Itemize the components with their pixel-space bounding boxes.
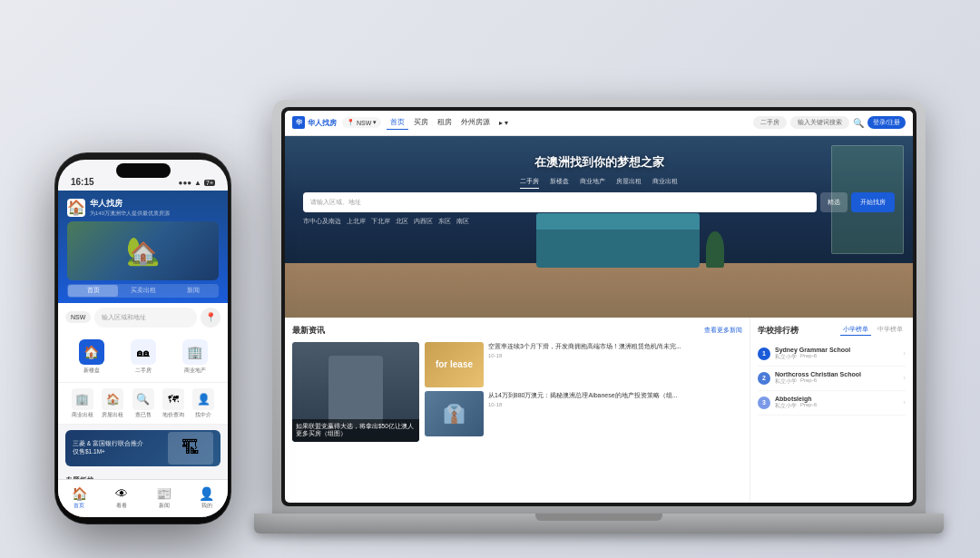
hero-tab-commercial[interactable]: 商业地产 <box>580 177 605 189</box>
nav-more[interactable]: ▸ ▾ <box>495 117 512 129</box>
phone-body: 16:15 ●●● ▲ 7+ 🏠 <box>54 152 231 524</box>
location-tag[interactable]: 📍 NSW ▾ <box>342 117 381 128</box>
login-button[interactable]: 登录/注册 <box>867 116 906 129</box>
plant-decoration <box>706 231 724 268</box>
school-chevron-1: › <box>903 349 906 357</box>
school-tabs: 小学榜单 中学榜单 <box>840 325 906 336</box>
app-search-input[interactable]: 输入区域和地址 <box>94 308 197 328</box>
school-type-2: 私立小学 <box>775 377 797 386</box>
news-more-link[interactable]: 查看更多新闻 <box>704 326 742 335</box>
region-inner-west[interactable]: 内西区 <box>414 218 433 226</box>
battery-icon: 7+ <box>204 180 215 186</box>
school-grade-3: Prep-6 <box>800 402 817 410</box>
hero-tab-resale[interactable]: 二手房 <box>520 177 539 189</box>
quick-icon-new-homes[interactable]: 🏠 新楼盘 <box>65 339 117 375</box>
status-time: 16:15 <box>71 177 94 187</box>
phone-screen: 16:15 ●●● ▲ 7+ 🏠 <box>58 160 228 517</box>
resale-label: 二手房 <box>135 367 152 375</box>
region-cbd[interactable]: 市中心及南边 <box>303 218 341 226</box>
app-tab-second[interactable]: 新闻 <box>168 285 218 297</box>
school-item-1[interactable]: 1 Sydney Grammar School 私立小学 Prep-6 › <box>758 342 906 367</box>
school-title: 学校排行榜 <box>758 325 799 337</box>
hero-tab-rental[interactable]: 房屋出租 <box>616 177 642 189</box>
region-north[interactable]: 北区 <box>396 218 408 226</box>
nav-land-price[interactable]: 🗺 地价查询 <box>158 388 188 418</box>
app-banner[interactable]: 三菱 & 富国银行联合推介 仅售$1.1M+ 🏗 <box>65 430 220 466</box>
sofa-decoration <box>536 227 700 268</box>
land-price-label: 地价查询 <box>162 412 184 418</box>
location-chevron: ▾ <box>373 119 377 126</box>
hero-title: 在澳洲找到你的梦想之家 <box>285 154 913 171</box>
banner-line1: 三菱 & 富国银行联合推介 <box>73 440 143 447</box>
laptop-screen: 华 华人找房 📍 NSW ▾ 首页 买房 租房 外州房源 <box>285 111 913 503</box>
hero-tab-new[interactable]: 新楼盘 <box>550 177 569 189</box>
hero-search-input[interactable]: 请输入区域、地址 <box>303 192 817 212</box>
quick-icon-commercial[interactable]: 🏢 商业地产 <box>169 339 220 375</box>
nav-house-rent[interactable]: 🏠 房屋出租 <box>97 388 127 418</box>
school-name-1: Sydney Grammar School <box>775 347 898 353</box>
app-search-row: NSW 输入区域和地址 📍 <box>58 303 228 332</box>
school-tab-secondary[interactable]: 中学榜单 <box>875 325 906 336</box>
wifi-icon: ▲ <box>194 179 201 187</box>
quick-icon-resale[interactable]: 🏘 二手房 <box>117 339 169 375</box>
bottom-browse-label: 看看 <box>116 502 127 510</box>
region-east[interactable]: 东区 <box>438 218 451 226</box>
bottom-nav-news[interactable]: 📰 新闻 <box>143 480 186 517</box>
search-keyword[interactable]: 输入关键词搜索 <box>790 116 849 129</box>
nav-buy[interactable]: 买房 <box>410 116 432 129</box>
school-meta-3: 私立小学 Prep-6 <box>775 402 898 410</box>
app-tab-all[interactable]: 首页 <box>68 285 118 297</box>
school-item-3[interactable]: 3 Abbotsleigh 私立小学 Prep-6 › <box>758 391 906 416</box>
nav-commercial-rent[interactable]: 🏢 商业出租 <box>67 388 97 418</box>
header-house-emoji: 🏡 <box>126 235 160 267</box>
hero-filter-button[interactable]: 精选 <box>820 192 848 212</box>
bottom-profile-icon: 👤 <box>199 486 214 501</box>
sold-label: 查已售 <box>135 412 152 418</box>
school-rank-3: 3 <box>758 396 770 409</box>
hero-start-button[interactable]: 开始找房 <box>851 192 895 212</box>
news-item[interactable]: for lease 空置率连续3个月下滑，开发商拥抱高端市场！澳洲租赁危机尚未完… <box>425 342 742 387</box>
nav-overseas[interactable]: 外州房源 <box>457 116 494 129</box>
nav-agent[interactable]: 👤 找中介 <box>189 388 219 418</box>
app-logo-row: 🏠 华人找房 为140万澳洲华人提供最优质房源 <box>67 198 219 218</box>
banner-image: 🏗 <box>168 432 213 465</box>
bottom-home-label: 首页 <box>74 502 84 510</box>
bottom-nav-home[interactable]: 🏠 首页 <box>58 480 101 517</box>
hero-background: 在澳洲找到你的梦想之家 二手房 新楼盘 商业地产 房屋出租 商业出租 请输入区域 <box>285 136 913 318</box>
search-icon[interactable]: 🔍 <box>853 118 864 128</box>
location-dot: 📍 <box>347 119 355 126</box>
scene: 华 华人找房 📍 NSW ▾ 首页 买房 租房 外州房源 <box>36 16 944 543</box>
school-tab-primary[interactable]: 小学榜单 <box>840 325 871 336</box>
state-badge[interactable]: NSW <box>65 311 91 323</box>
app-tab-new[interactable]: 买卖出租 <box>118 285 168 297</box>
school-header: 学校排行榜 小学榜单 中学榜单 <box>758 325 906 337</box>
commercial-icon: 🏢 <box>182 339 208 365</box>
news-title: 最新资讯 <box>292 325 325 337</box>
region-lower-north[interactable]: 下北岸 <box>371 218 390 226</box>
nav-rent[interactable]: 租房 <box>434 116 456 129</box>
news-text-2: 从14万到880万澳元：揭秘澳洲总理Albanese的地产投资策略（组... 1… <box>488 391 742 436</box>
school-chevron-3: › <box>903 398 906 406</box>
news-item-title-1: 空置率连续3个月下滑，开发商拥抱高端市场！澳洲租赁危机尚未完... <box>488 342 742 350</box>
nav-sold[interactable]: 🔍 查已售 <box>128 388 158 418</box>
news-item-title-2: 从14万到880万澳元：揭秘澳洲总理Albanese的地产投资策略（组... <box>488 391 742 399</box>
school-item-2[interactable]: 2 Northcross Christian School 私立小学 Prep-… <box>758 367 906 391</box>
bottom-nav-profile[interactable]: 👤 我的 <box>185 480 228 517</box>
phone-app: 🏠 华人找房 为140万澳洲华人提供最优质房源 🏡 首页 <box>58 191 228 517</box>
bottom-home-icon: 🏠 <box>72 486 87 501</box>
region-south[interactable]: 南区 <box>456 218 469 226</box>
school-rank-1: 1 <box>758 348 770 360</box>
news-feature-item[interactable]: 如果联盟党赢得大选，将拿出$50亿让澳人更多买房（组图） <box>292 342 419 442</box>
location-button[interactable]: 📍 <box>201 308 220 328</box>
region-upper-north[interactable]: 上北岸 <box>347 218 366 226</box>
hero-regions: 市中心及南边 上北岸 下北岸 北区 内西区 东区 南区 <box>303 218 895 226</box>
app-search-placeholder: 输入区域和地址 <box>102 313 146 322</box>
search-dropdown[interactable]: 二手房 <box>753 116 787 129</box>
site-news-section: 最新资讯 查看更多新闻 如果联盟党赢得大选，将拿出$50亿让澳人更多买房（组图） <box>285 318 913 503</box>
hero-tab-commercial-rental[interactable]: 商业出租 <box>652 177 678 189</box>
news-item-date-1: 10-18 <box>488 353 742 358</box>
school-rank-2: 2 <box>758 372 770 385</box>
news-item-2[interactable]: 👔 从14万到880万澳元：揭秘澳洲总理Albanese的地产投资策略（组...… <box>425 391 742 436</box>
nav-home[interactable]: 首页 <box>387 116 408 130</box>
bottom-nav-browse[interactable]: 👁 看看 <box>101 480 143 517</box>
